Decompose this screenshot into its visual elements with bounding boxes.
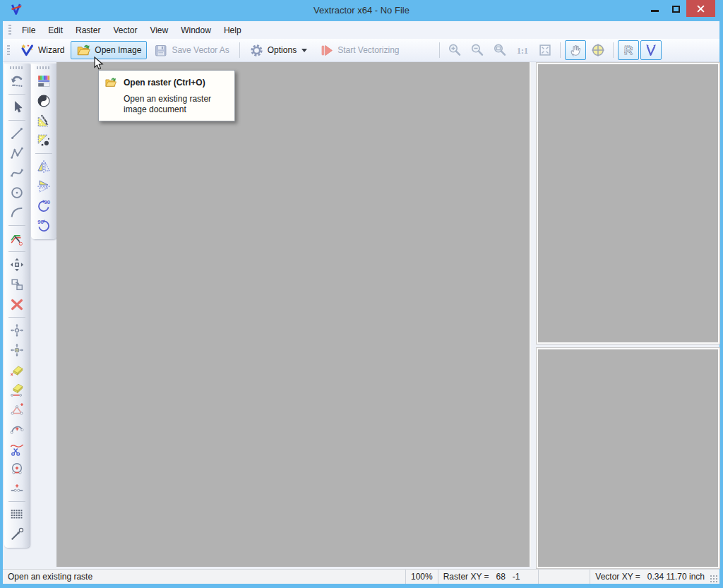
- resize-grip-icon[interactable]: [710, 575, 719, 583]
- tool-select[interactable]: [6, 97, 28, 117]
- tool-draw-polyline[interactable]: [6, 143, 28, 163]
- open-folder-icon: [76, 43, 91, 58]
- toolbar-grip[interactable]: [7, 45, 10, 56]
- zoom-out-button[interactable]: [467, 40, 488, 60]
- pan-button[interactable]: [565, 40, 586, 60]
- preview-panel-top[interactable]: [537, 63, 719, 344]
- preview-panel-bottom[interactable]: [537, 348, 719, 568]
- tool-undo[interactable]: [6, 71, 28, 91]
- minimize-button[interactable]: [644, 0, 665, 17]
- select-arrow-icon: [9, 100, 25, 115]
- toolbar-separator: [8, 251, 25, 252]
- zoom-window-button[interactable]: [489, 40, 510, 60]
- save-vector-as-button[interactable]: Save Vector As: [148, 41, 234, 59]
- menu-raster[interactable]: Raster: [69, 23, 107, 38]
- tooltip-header: Open raster (Ctrl+O): [104, 76, 229, 89]
- tool-despeckle-dots[interactable]: [33, 131, 54, 150]
- open-image-button[interactable]: Open Image: [71, 41, 147, 59]
- close-button[interactable]: [686, 0, 715, 17]
- zoom-out-icon: [470, 42, 485, 58]
- tool-palette[interactable]: [33, 71, 54, 91]
- rotate-90-cw-icon: 90: [36, 198, 52, 214]
- tool-draw-circle[interactable]: [6, 183, 28, 203]
- tool-despeckle-pen[interactable]: [33, 111, 54, 131]
- close-contour-icon: [9, 461, 25, 476]
- scissors-curve-icon: [9, 441, 25, 457]
- start-vectorizing-button[interactable]: Start Vectorizing: [313, 41, 405, 59]
- tool-rotate-90-ccw[interactable]: 90: [33, 216, 54, 236]
- tool-add-arc-point[interactable]: [6, 419, 28, 439]
- tool-mirror-vertical[interactable]: [33, 176, 54, 196]
- wizard-button[interactable]: Wizard: [14, 41, 70, 59]
- toolbar-separator: [8, 225, 25, 226]
- chevron-down-icon[interactable]: [301, 49, 307, 55]
- view-button-group: 1:1R: [436, 39, 662, 61]
- status-zoom-level: 100%: [405, 570, 438, 584]
- window-title: Vextractor x64 - No File: [0, 5, 723, 16]
- menu-help[interactable]: Help: [217, 23, 248, 38]
- toolbar-grip[interactable]: [10, 66, 24, 69]
- mirror-horizontal-icon: [36, 159, 52, 174]
- window-controls: [644, 0, 715, 17]
- tool-pick-point[interactable]: [6, 524, 28, 544]
- tool-add-vertex[interactable]: [6, 400, 28, 419]
- tool-move-node[interactable]: [6, 320, 28, 340]
- options-button[interactable]: Options: [244, 41, 313, 59]
- rotate-90-ccw-icon: 90: [36, 218, 52, 234]
- raster-canvas[interactable]: [56, 62, 531, 567]
- toolbar-grip[interactable]: [37, 66, 51, 69]
- menu-vector[interactable]: Vector: [107, 23, 143, 38]
- toolbar-separator: [8, 501, 25, 502]
- undo-icon: [9, 73, 25, 89]
- menu-file[interactable]: File: [16, 23, 42, 38]
- fit-window-button[interactable]: [534, 40, 556, 60]
- tool-draw-curve[interactable]: [6, 163, 28, 183]
- zoom-window-icon: [492, 42, 508, 58]
- tool-move-origin[interactable]: [6, 340, 28, 360]
- move-icon: [9, 257, 25, 272]
- tool-invert[interactable]: [33, 91, 54, 111]
- toolbar-separator: [613, 42, 614, 58]
- origin-button[interactable]: [587, 40, 609, 60]
- svg-text:90: 90: [44, 199, 50, 205]
- raster-grid-icon: [9, 507, 25, 522]
- show-raster-button[interactable]: R: [618, 40, 639, 60]
- file-button-group: WizardOpen ImageSave Vector AsOptionsSta…: [14, 39, 406, 61]
- tool-move-object[interactable]: [6, 255, 28, 275]
- menu-edit[interactable]: Edit: [42, 23, 69, 38]
- status-vector-xy: Vector XY = 0.34 11.70 inch: [590, 570, 710, 584]
- tooltip-description: Open an existing raster image document: [124, 94, 235, 114]
- tool-draw-line[interactable]: [6, 124, 28, 143]
- tool-delete-object[interactable]: [6, 294, 28, 314]
- menu-view[interactable]: View: [143, 23, 174, 38]
- despeckle-pen-icon: [36, 113, 52, 128]
- tool-rotate-90-cw[interactable]: 90: [33, 196, 54, 216]
- save-vector-as-label: Save Vector As: [172, 45, 229, 55]
- tool-erase[interactable]: [6, 360, 28, 380]
- maximize-button[interactable]: [665, 0, 686, 17]
- tool-join-lines[interactable]: [6, 479, 28, 498]
- tool-cut-curve[interactable]: [6, 439, 28, 459]
- toolbar-separator: [560, 42, 561, 58]
- menubar-grip[interactable]: [8, 25, 11, 35]
- tool-erase-segment[interactable]: [6, 380, 28, 400]
- zoom-in-button[interactable]: [444, 40, 465, 60]
- svg-text:90: 90: [37, 219, 44, 225]
- zoom-actual-button[interactable]: 1:1: [512, 40, 533, 60]
- tooltip: Open raster (Ctrl+O) Open an existing ra…: [98, 70, 235, 121]
- copy-icon: [9, 277, 25, 292]
- statusbar: Open an existing raste 100% Raster XY = …: [3, 569, 719, 584]
- arc-icon: [9, 205, 25, 220]
- tool-mirror-horizontal[interactable]: [33, 157, 54, 176]
- show-vector-button[interactable]: [640, 40, 662, 60]
- menu-window[interactable]: Window: [174, 23, 217, 38]
- palette-icon: [36, 73, 52, 89]
- open-folder-icon: [104, 76, 117, 89]
- tool-copy-object[interactable]: [6, 275, 28, 294]
- tool-draw-arc[interactable]: [6, 203, 28, 222]
- tool-trace-line[interactable]: e: [6, 229, 28, 248]
- tool-raster-grid[interactable]: [6, 505, 28, 524]
- status-raster-xy: Raster XY = 68 -1: [438, 570, 538, 584]
- menu-items: FileEditRasterVectorViewWindowHelp: [16, 21, 248, 39]
- tool-close-contour[interactable]: [6, 459, 28, 479]
